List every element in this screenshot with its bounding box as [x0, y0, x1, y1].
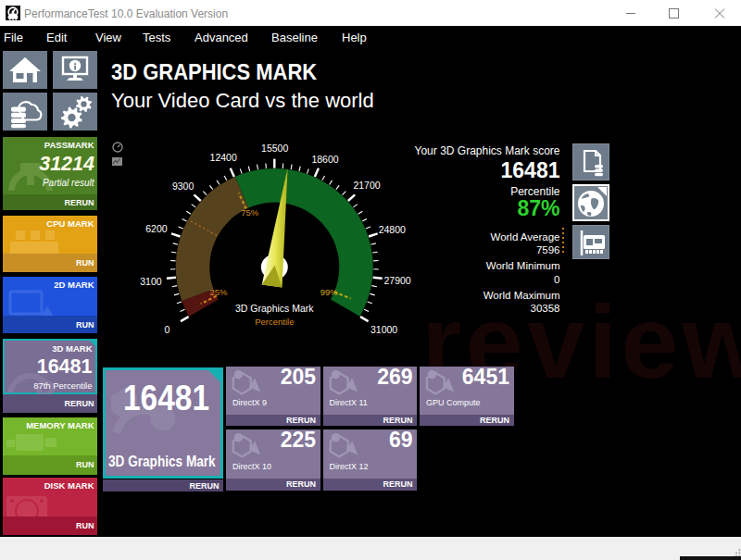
- svg-text:24800: 24800: [379, 224, 406, 235]
- svg-text:15500: 15500: [261, 143, 288, 154]
- svg-text:25%: 25%: [209, 287, 228, 297]
- svg-text:3D Graphics Mark: 3D Graphics Mark: [235, 303, 314, 314]
- svg-text:21700: 21700: [353, 180, 380, 191]
- svg-text:Percentile: Percentile: [255, 317, 294, 327]
- svg-text:12400: 12400: [210, 152, 237, 163]
- svg-text:3100: 3100: [140, 276, 162, 287]
- svg-text:0: 0: [165, 324, 170, 335]
- svg-text:18600: 18600: [311, 154, 338, 165]
- svg-text:99%: 99%: [320, 287, 339, 297]
- svg-text:75%: 75%: [241, 207, 259, 218]
- svg-text:6200: 6200: [145, 223, 168, 234]
- svg-text:9300: 9300: [172, 180, 195, 192]
- svg-text:31000: 31000: [370, 324, 397, 335]
- svg-text:27900: 27900: [383, 275, 410, 286]
